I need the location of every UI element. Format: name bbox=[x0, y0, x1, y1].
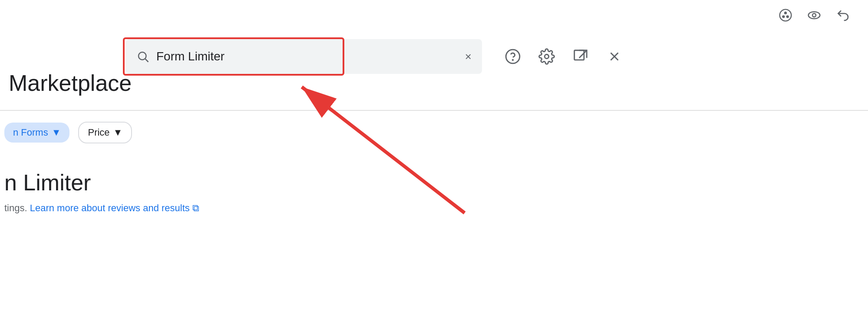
price-filter-chevron: ▼ bbox=[113, 127, 123, 138]
preview-icon[interactable] bbox=[806, 7, 822, 23]
svg-point-9 bbox=[512, 60, 513, 60]
marketplace-title: Marketplace bbox=[0, 70, 132, 96]
price-filter-label: Price bbox=[88, 127, 109, 138]
svg-point-0 bbox=[780, 10, 792, 21]
search-bar[interactable]: Form Limiter × bbox=[126, 39, 482, 74]
svg-line-7 bbox=[145, 59, 149, 62]
forms-filter-chevron: ▼ bbox=[52, 127, 61, 138]
close-icon[interactable] bbox=[605, 47, 624, 66]
undo-icon[interactable] bbox=[835, 7, 851, 23]
search-icon bbox=[136, 50, 149, 63]
help-icon[interactable] bbox=[504, 47, 522, 66]
forms-filter-button[interactable]: n Forms ▼ bbox=[4, 123, 69, 143]
svg-point-6 bbox=[139, 52, 146, 60]
search-clear-button[interactable]: × bbox=[465, 50, 472, 63]
search-input[interactable]: Form Limiter bbox=[156, 50, 458, 63]
svg-point-2 bbox=[785, 12, 786, 14]
svg-point-5 bbox=[812, 13, 816, 17]
forms-filter-label: n Forms bbox=[13, 127, 48, 138]
price-filter-button[interactable]: Price ▼ bbox=[78, 122, 132, 143]
svg-point-1 bbox=[782, 16, 784, 17]
content-subtitle: tings. Learn more about reviews and resu… bbox=[4, 203, 199, 214]
learn-more-link[interactable]: Learn more about reviews and results ⧉ bbox=[30, 203, 199, 213]
divider bbox=[0, 110, 868, 111]
right-icons-bar bbox=[495, 39, 632, 74]
svg-point-8 bbox=[506, 50, 520, 63]
filter-area: n Forms ▼ Price ▼ bbox=[0, 122, 132, 143]
svg-point-10 bbox=[545, 54, 549, 59]
palette-icon[interactable] bbox=[778, 7, 793, 23]
subtitle-static-text: tings. bbox=[4, 203, 30, 213]
open-external-icon[interactable] bbox=[571, 47, 590, 66]
content-title: n Limiter bbox=[4, 169, 199, 196]
svg-point-3 bbox=[787, 16, 789, 17]
settings-icon[interactable] bbox=[538, 47, 556, 66]
top-toolbar bbox=[738, 0, 868, 30]
external-link-icon: ⧉ bbox=[192, 203, 199, 213]
svg-point-4 bbox=[809, 12, 820, 19]
svg-line-15 bbox=[302, 87, 465, 213]
content-area: n Limiter tings. Learn more about review… bbox=[0, 169, 199, 214]
